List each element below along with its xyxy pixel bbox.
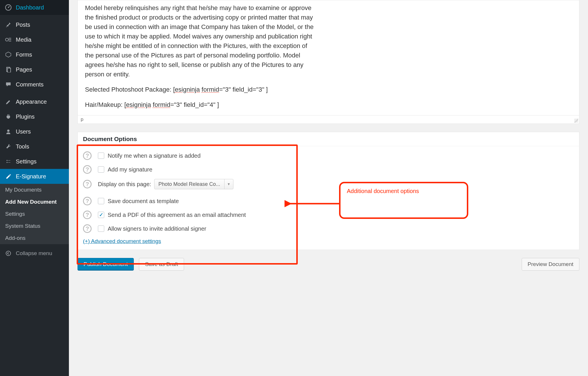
help-icon[interactable]: ? <box>83 165 92 174</box>
help-icon[interactable]: ? <box>83 180 92 188</box>
sidebar-item-esignature[interactable]: E-Signature <box>0 169 69 184</box>
pin-icon <box>4 21 12 29</box>
publish-document-button[interactable]: Publish Document <box>78 258 134 271</box>
option-label: Allow signers to invite additional signe… <box>108 225 206 232</box>
checkbox-send-pdf[interactable] <box>98 212 104 218</box>
users-icon <box>4 128 12 136</box>
sidebar-item-label: Forms <box>16 51 32 58</box>
option-send-pdf-row: ? Send a PDF of this agreement as an ema… <box>83 211 574 219</box>
collapse-icon <box>4 249 12 257</box>
settings-icon <box>4 157 12 165</box>
help-icon[interactable]: ? <box>83 211 92 219</box>
display-page-select[interactable]: Photo Model Release Co... ▼ <box>154 179 233 189</box>
option-label: Save document as template <box>108 198 179 205</box>
option-allow-invite-row: ? Allow signers to invite additional sig… <box>83 224 574 233</box>
appearance-icon <box>4 98 12 106</box>
sidebar-item-comments[interactable]: Comments <box>0 77 69 92</box>
sidebar-item-label: Tools <box>16 143 29 150</box>
option-addsig-row: ? Add my signature <box>83 165 574 174</box>
option-label: Notify me when a signature is added <box>108 153 201 159</box>
document-options-box: Document Options ? Notify me when a sign… <box>78 132 579 250</box>
svg-point-1 <box>8 7 9 8</box>
editor-paragraph: Selected Photoshoot Package: [esigninja … <box>85 85 572 94</box>
option-notify-row: ? Notify me when a signature is added <box>83 151 574 160</box>
editor-paragraph: Hair/Makeup: [esigninja formid="3" field… <box>85 100 572 109</box>
sidebar-item-settings[interactable]: Settings <box>0 154 69 169</box>
submenu-addons[interactable]: Add-ons <box>0 232 69 244</box>
sidebar-submenu: My Documents Add New Document Settings S… <box>0 184 69 244</box>
sidebar-item-label: Media <box>16 36 31 43</box>
forms-icon <box>4 51 12 59</box>
option-label: Send a PDF of this agreement as an email… <box>108 212 246 218</box>
help-icon[interactable]: ? <box>83 224 92 233</box>
checkbox-save-template[interactable] <box>98 198 104 204</box>
editor-box: Model hereby relinquishes any right that… <box>78 0 579 124</box>
sidebar-item-label: Comments <box>16 81 44 88</box>
dashboard-icon <box>4 3 12 11</box>
submenu-settings[interactable]: Settings <box>0 208 69 220</box>
sidebar-item-appearance[interactable]: Appearance <box>0 94 69 109</box>
comments-icon <box>4 80 12 88</box>
sidebar-item-label: Plugins <box>16 113 35 120</box>
advanced-settings-link[interactable]: (+) Advanced document settings <box>83 238 161 244</box>
checkbox-allow-invite[interactable] <box>98 225 104 232</box>
submenu-system-status[interactable]: System Status <box>0 220 69 232</box>
action-buttons: Publish Document Save as Draft Preview D… <box>78 258 579 271</box>
sidebar-item-media[interactable]: Media <box>0 32 69 47</box>
document-options-title: Document Options <box>78 132 579 146</box>
sidebar-item-forms[interactable]: Forms <box>0 47 69 62</box>
svg-point-5 <box>7 130 9 132</box>
plugins-icon <box>4 113 12 121</box>
collapse-menu[interactable]: Collapse menu <box>0 246 69 261</box>
svg-point-2 <box>5 38 8 41</box>
media-icon <box>4 36 12 44</box>
option-save-template-row: ? Save document as template <box>83 197 574 205</box>
sidebar-item-label: E-Signature <box>16 173 46 180</box>
sidebar-item-dashboard[interactable]: Dashboard <box>0 0 69 15</box>
sidebar-item-posts[interactable]: Posts <box>0 17 69 32</box>
select-value: Photo Model Release Co... <box>154 179 225 189</box>
checkbox-add-signature[interactable] <box>98 166 104 173</box>
svg-point-6 <box>6 251 11 256</box>
resize-handle[interactable] <box>574 119 578 123</box>
svg-rect-4 <box>7 68 11 72</box>
chevron-down-icon: ▼ <box>225 182 233 186</box>
sidebar-item-label: Users <box>16 128 31 135</box>
esignature-icon <box>4 172 12 180</box>
editor-path: p <box>81 117 83 122</box>
sidebar-item-pages[interactable]: Pages <box>0 62 69 77</box>
collapse-label: Collapse menu <box>16 250 52 257</box>
option-display-row: ? Display on this page: Photo Model Rele… <box>83 179 574 189</box>
option-label: Add my signature <box>108 166 152 173</box>
help-icon[interactable]: ? <box>83 197 92 205</box>
annotation-label: Additional document options <box>347 188 419 194</box>
save-draft-button[interactable]: Save as Draft <box>139 258 184 271</box>
editor-paragraph: Model hereby relinquishes any right that… <box>85 3 315 79</box>
display-on-page-label: Display on this page: <box>98 181 151 188</box>
sidebar-item-plugins[interactable]: Plugins <box>0 109 69 124</box>
admin-sidebar: Dashboard Posts Media Forms Pages Commen… <box>0 0 69 376</box>
tools-icon <box>4 142 12 151</box>
preview-document-button[interactable]: Preview Document <box>522 258 579 271</box>
main-content: Model hereby relinquishes any right that… <box>69 0 588 376</box>
submenu-my-documents[interactable]: My Documents <box>0 184 69 196</box>
sidebar-item-label: Dashboard <box>16 4 44 11</box>
sidebar-item-label: Settings <box>16 158 36 165</box>
help-icon[interactable]: ? <box>83 151 92 160</box>
sidebar-item-users[interactable]: Users <box>0 124 69 139</box>
sidebar-item-label: Appearance <box>16 99 47 105</box>
sidebar-item-label: Posts <box>16 22 30 28</box>
editor-path-bar: p <box>78 115 579 124</box>
editor-content[interactable]: Model hereby relinquishes any right that… <box>78 0 579 109</box>
sidebar-item-label: Pages <box>16 66 32 73</box>
submenu-add-new-document[interactable]: Add New Document <box>0 196 69 208</box>
annotation-callout: Additional document options <box>339 182 468 219</box>
sidebar-item-tools[interactable]: Tools <box>0 139 69 154</box>
checkbox-notify[interactable] <box>98 153 104 159</box>
pages-icon <box>4 65 12 74</box>
